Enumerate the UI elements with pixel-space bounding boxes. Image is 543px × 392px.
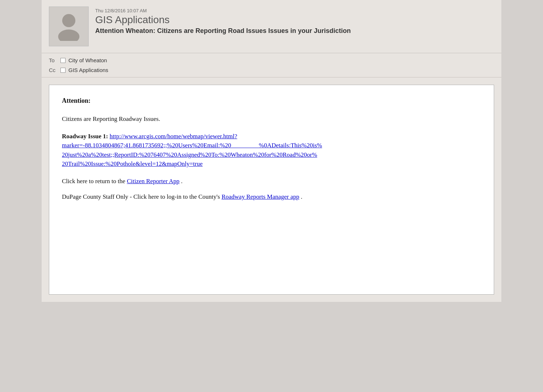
cc-label: Cc	[49, 67, 60, 73]
roadway-issue-label: Roadway Issue 1:	[62, 133, 108, 140]
svg-point-0	[62, 14, 75, 27]
cc-checkbox[interactable]	[60, 68, 66, 73]
county-staff-text: DuPage County Staff Only - Click here to…	[62, 193, 222, 200]
roadway-issue-paragraph: Roadway Issue 1: http://www.arcgis.com/h…	[62, 132, 481, 169]
click-return-text: Click here to return to the	[62, 178, 127, 185]
to-name: City of Wheaton	[68, 57, 107, 63]
cc-row: Cc GIS Applications	[49, 65, 494, 75]
email-body-wrapper: Attention: Citizens are Reporting Roadwa…	[42, 77, 501, 302]
county-staff-paragraph: DuPage County Staff Only - Click here to…	[62, 192, 481, 202]
click-return-end: .	[181, 178, 182, 185]
to-row: To City of Wheaton	[49, 55, 494, 65]
intro-paragraph: Citizens are Reporting Roadway Issues.	[62, 114, 481, 124]
county-staff-end: .	[301, 193, 302, 200]
citizen-reporter-link[interactable]: Citizen Reporter App	[127, 178, 179, 185]
to-label: To	[49, 57, 60, 63]
svg-point-1	[58, 29, 80, 41]
email-sender: GIS Applications	[95, 14, 351, 26]
email-timestamp: Thu 12/8/2016 10:07 AM	[95, 8, 351, 13]
header-text: Thu 12/8/2016 10:07 AM GIS Applications …	[95, 7, 351, 35]
to-checkbox[interactable]	[60, 58, 66, 63]
click-return-paragraph: Click here to return to the Citizen Repo…	[62, 177, 481, 186]
roadway-reports-link[interactable]: Roadway Reports Manager app	[222, 193, 299, 200]
email-header: Thu 12/8/2016 10:07 AM GIS Applications …	[42, 0, 501, 53]
email-subject: Attention Wheaton: Citizens are Reportin…	[95, 27, 351, 35]
email-body: Attention: Citizens are Reporting Roadwa…	[49, 85, 494, 295]
recipients-section: To City of Wheaton Cc GIS Applications	[42, 53, 501, 77]
cc-name: GIS Applications	[68, 67, 108, 73]
email-container: Thu 12/8/2016 10:07 AM GIS Applications …	[42, 0, 501, 302]
avatar-icon	[49, 7, 89, 46]
attention-label: Attention:	[62, 96, 481, 106]
